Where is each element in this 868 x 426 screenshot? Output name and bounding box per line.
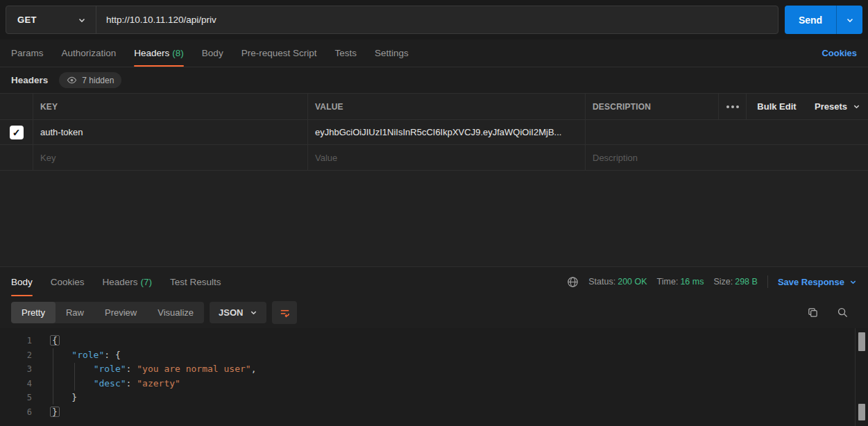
- json-code: 1{2 "role": {3 "role": "you are normal u…: [0, 334, 868, 419]
- tab-tests[interactable]: Tests: [334, 40, 357, 67]
- chevron-down-icon: [849, 278, 857, 286]
- response-pane: Body Cookies Headers (7) Test Results St…: [0, 266, 868, 426]
- tab-headers[interactable]: Headers (8): [134, 40, 184, 67]
- code-line: 1{: [0, 334, 868, 348]
- copy-icon: [807, 307, 819, 318]
- header-key-cell: auth-token: [40, 127, 83, 137]
- line-number: 2: [0, 348, 32, 363]
- column-description: DESCRIPTION: [593, 102, 651, 112]
- send-options-button[interactable]: [836, 6, 862, 34]
- chevron-down-icon: [250, 309, 257, 316]
- request-pane-empty-area: [0, 171, 868, 266]
- header-value-cell: eyJhbGciOiJIUzI1NiIsInR5cCI6IkpXVCJ9.eyJ…: [315, 127, 561, 137]
- hidden-headers-toggle[interactable]: 7 hidden: [59, 72, 121, 88]
- copy-button[interactable]: [807, 307, 819, 318]
- cookies-link[interactable]: Cookies: [822, 48, 857, 58]
- scrollbar-thumb[interactable]: [858, 404, 865, 420]
- view-visualize[interactable]: Visualize: [147, 302, 204, 323]
- search-button[interactable]: [837, 307, 849, 318]
- headers-subbar: Headers 7 hidden: [0, 67, 868, 93]
- view-preview[interactable]: Preview: [94, 302, 147, 323]
- response-tabs: Body Cookies Headers (7) Test Results St…: [0, 267, 868, 296]
- column-value: VALUE: [315, 102, 343, 112]
- tab-response-body[interactable]: Body: [11, 267, 33, 296]
- response-headers-count: (7): [141, 277, 153, 287]
- size-badge: Size:298 B: [713, 277, 757, 287]
- tab-pre-request-script[interactable]: Pre-request Script: [241, 40, 317, 67]
- save-response-button[interactable]: Save Response: [778, 277, 857, 287]
- chevron-down-icon: [853, 103, 860, 110]
- request-bar: GET Send: [0, 0, 868, 40]
- presets-dropdown[interactable]: Presets: [807, 94, 868, 119]
- headers-title: Headers: [11, 75, 48, 85]
- new-key-input[interactable]: [40, 153, 300, 163]
- url-group: GET: [6, 6, 778, 34]
- ellipsis-icon: [726, 105, 739, 108]
- indent-guide: [74, 363, 75, 391]
- line-number: 1: [0, 334, 32, 348]
- format-dropdown[interactable]: JSON: [210, 302, 266, 323]
- eye-icon: [67, 75, 77, 85]
- line-number: 5: [0, 391, 32, 405]
- send-button[interactable]: Send: [785, 6, 836, 34]
- send-group: Send: [785, 6, 862, 34]
- code-line: 4 "desc": "azerty": [0, 377, 868, 391]
- bulk-edit-button[interactable]: Bulk Edit: [746, 94, 807, 119]
- response-meta: Status:200 OK Time:16 ms Size:298 B Save…: [567, 267, 857, 296]
- line-number: 6: [0, 405, 32, 420]
- code-line: 5 }: [0, 391, 868, 405]
- row-checkbox[interactable]: ✓: [10, 126, 24, 139]
- status-badge: Status:200 OK: [588, 277, 647, 287]
- code-line: 3 "role": "you are normal user",: [0, 362, 868, 377]
- table-placeholder-row: [0, 145, 868, 171]
- scrollbar-track[interactable]: [855, 328, 868, 426]
- tab-response-cookies[interactable]: Cookies: [51, 267, 85, 296]
- time-badge: Time:16 ms: [657, 277, 704, 287]
- wrap-line-icon: [279, 307, 291, 318]
- tab-authorization[interactable]: Authorization: [62, 40, 117, 67]
- tab-body[interactable]: Body: [202, 40, 223, 67]
- new-description-input[interactable]: [593, 153, 861, 163]
- code-line: 2 "role": {: [0, 348, 868, 363]
- column-key: KEY: [40, 102, 58, 112]
- view-pretty[interactable]: Pretty: [11, 302, 56, 323]
- search-icon: [837, 307, 849, 318]
- tab-params[interactable]: Params: [11, 40, 44, 67]
- url-input[interactable]: [96, 6, 778, 33]
- view-raw[interactable]: Raw: [56, 302, 94, 323]
- method-label: GET: [17, 15, 37, 25]
- view-mode-switcher: Pretty Raw Preview Visualize: [11, 302, 204, 323]
- more-actions-button[interactable]: [718, 94, 746, 119]
- tab-test-results[interactable]: Test Results: [170, 267, 221, 296]
- table-header-row: KEY VALUE DESCRIPTION Bulk Edit Presets: [0, 94, 868, 120]
- line-number: 4: [0, 377, 32, 391]
- wrap-line-button[interactable]: [272, 301, 297, 324]
- fold-guide: [53, 348, 53, 404]
- globe-icon[interactable]: [567, 276, 579, 288]
- response-body-editor[interactable]: 1{2 "role": {3 "role": "you are normal u…: [0, 328, 868, 426]
- headers-table: KEY VALUE DESCRIPTION Bulk Edit Presets …: [0, 93, 868, 171]
- line-number: 3: [0, 362, 32, 377]
- table-row: ✓ auth-token eyJhbGciOiJIUzI1NiIsInR5cCI…: [0, 120, 868, 145]
- scrollbar-thumb[interactable]: [858, 332, 865, 351]
- new-value-input[interactable]: [315, 153, 578, 163]
- response-toolbar: Pretty Raw Preview Visualize JSON: [0, 296, 868, 328]
- chevron-down-icon: [846, 16, 854, 24]
- tab-response-headers[interactable]: Headers (7): [103, 267, 153, 296]
- chevron-down-icon: [78, 16, 86, 24]
- method-select[interactable]: GET: [6, 6, 96, 33]
- headers-count: (8): [172, 48, 184, 58]
- request-tabs: Params Authorization Headers (8) Body Pr…: [0, 40, 868, 67]
- tab-settings[interactable]: Settings: [375, 40, 409, 67]
- code-line: 6}: [0, 405, 868, 420]
